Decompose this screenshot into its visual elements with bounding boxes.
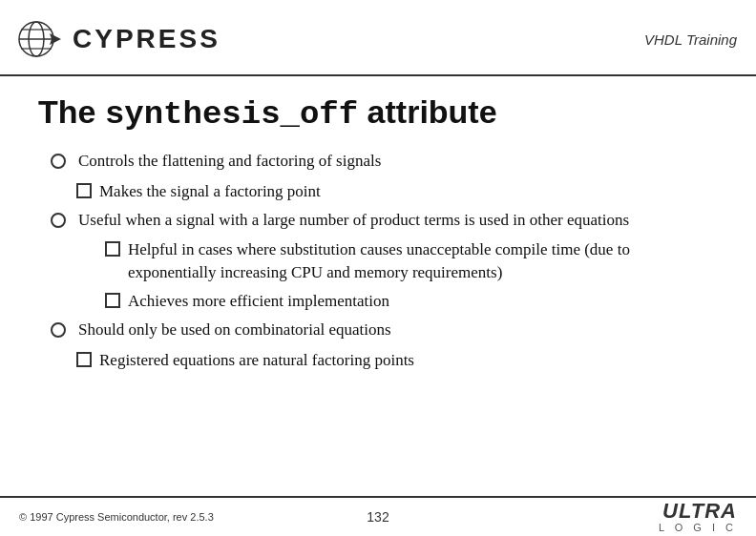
sub-sub-bullet-text: Helpful in cases where substitution caus… xyxy=(128,238,708,284)
header-title: VHDL Training xyxy=(644,31,737,48)
header: CYPRESS VHDL Training xyxy=(0,0,756,76)
footer-copyright: © 1997 Cypress Semiconductor, rev 2.5.3 xyxy=(19,511,214,523)
list-item: Useful when a signal with a large number… xyxy=(48,209,708,232)
bullet-text: Should only be used on combinatorial equ… xyxy=(78,319,391,341)
list-item: Controls the flattening and factoring of… xyxy=(48,150,708,173)
content-area: Controls the flattening and factoring of… xyxy=(0,142,756,371)
list-item: Makes the signal a factoring point xyxy=(76,180,708,203)
bullet-square-icon xyxy=(76,183,92,198)
bullet-square-icon xyxy=(105,293,120,308)
footer-page-number: 132 xyxy=(367,509,388,525)
footer: © 1997 Cypress Semiconductor, rev 2.5.3 … xyxy=(0,496,756,536)
bullet-text: Controls the flattening and factoring of… xyxy=(78,150,381,173)
svg-point-7 xyxy=(52,214,65,227)
bullet-circle-icon xyxy=(48,210,69,231)
logo-area: CYPRESS xyxy=(15,14,220,64)
sub-list: Makes the signal a factoring point xyxy=(76,180,708,203)
logic-text: L o g i c xyxy=(659,522,737,533)
svg-point-6 xyxy=(52,155,65,168)
list-item: Achieves more efficient implementation xyxy=(105,290,708,313)
list-item: Registered equations are natural factori… xyxy=(76,349,708,372)
sub-sub-bullet-text: Achieves more efficient implementation xyxy=(128,290,389,313)
bullet-circle-icon xyxy=(48,320,69,340)
list-item: Should only be used on combinatorial equ… xyxy=(48,319,708,341)
ultra-logic-brand: ULTRA L o g i c xyxy=(659,501,737,533)
svg-point-8 xyxy=(52,323,65,337)
sub-bullet-text: Registered equations are natural factori… xyxy=(99,349,414,372)
ultra-text: ULTRA xyxy=(662,501,737,522)
slide-title: The synthesis_off attribute xyxy=(0,76,756,142)
title-prefix: The xyxy=(38,93,105,130)
bullet-text: Useful when a signal with a large number… xyxy=(78,209,629,232)
sub-sub-list: Helpful in cases where substitution caus… xyxy=(105,238,708,312)
title-code: synthesis_off xyxy=(105,96,358,133)
list-item: Helpful in cases where substitution caus… xyxy=(105,238,708,284)
logo-text: CYPRESS xyxy=(73,24,220,54)
sub-list: Registered equations are natural factori… xyxy=(76,349,708,372)
sub-bullet-text: Makes the signal a factoring point xyxy=(99,180,321,203)
cypress-logo-icon xyxy=(15,14,65,64)
slide: CYPRESS VHDL Training The synthesis_off … xyxy=(0,0,756,536)
bullet-square-icon xyxy=(76,352,92,367)
bullet-circle-icon xyxy=(48,151,69,172)
title-suffix: attribute xyxy=(358,93,496,130)
main-bullet-list: Controls the flattening and factoring of… xyxy=(48,150,708,371)
bullet-square-icon xyxy=(105,241,120,257)
